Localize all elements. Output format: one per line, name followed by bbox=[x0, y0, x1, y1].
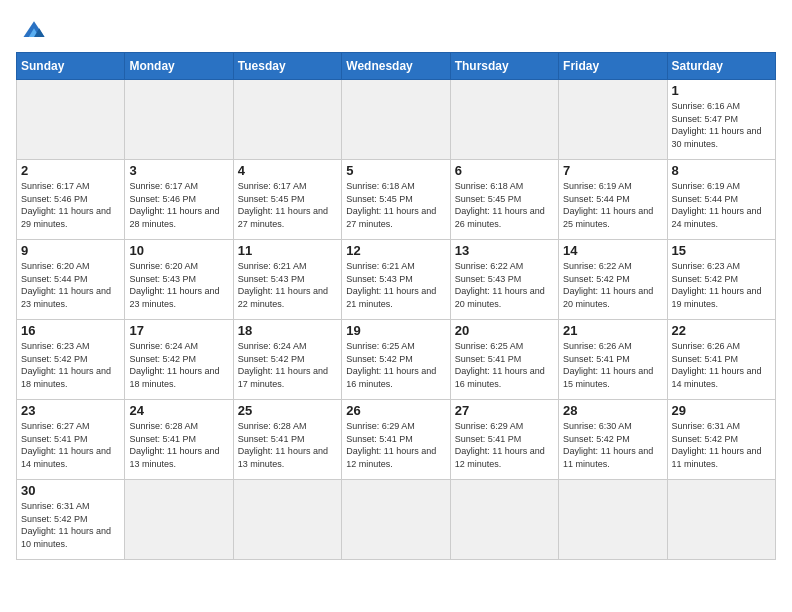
day-number: 8 bbox=[672, 163, 771, 178]
cell-info: Sunrise: 6:17 AMSunset: 5:46 PMDaylight:… bbox=[21, 180, 120, 230]
cell-info: Sunrise: 6:22 AMSunset: 5:42 PMDaylight:… bbox=[563, 260, 662, 310]
cell-info: Sunrise: 6:18 AMSunset: 5:45 PMDaylight:… bbox=[455, 180, 554, 230]
cell-info: Sunrise: 6:29 AMSunset: 5:41 PMDaylight:… bbox=[455, 420, 554, 470]
calendar-cell: 17Sunrise: 6:24 AMSunset: 5:42 PMDayligh… bbox=[125, 320, 233, 400]
day-number: 23 bbox=[21, 403, 120, 418]
calendar-cell bbox=[125, 480, 233, 560]
day-number: 7 bbox=[563, 163, 662, 178]
calendar-cell: 5Sunrise: 6:18 AMSunset: 5:45 PMDaylight… bbox=[342, 160, 450, 240]
cell-info: Sunrise: 6:17 AMSunset: 5:45 PMDaylight:… bbox=[238, 180, 337, 230]
calendar-cell bbox=[559, 480, 667, 560]
calendar-cell: 16Sunrise: 6:23 AMSunset: 5:42 PMDayligh… bbox=[17, 320, 125, 400]
cell-info: Sunrise: 6:16 AMSunset: 5:47 PMDaylight:… bbox=[672, 100, 771, 150]
calendar-cell bbox=[559, 80, 667, 160]
calendar-cell: 6Sunrise: 6:18 AMSunset: 5:45 PMDaylight… bbox=[450, 160, 558, 240]
day-number: 15 bbox=[672, 243, 771, 258]
header-day-saturday: Saturday bbox=[667, 53, 775, 80]
day-number: 4 bbox=[238, 163, 337, 178]
calendar-cell: 7Sunrise: 6:19 AMSunset: 5:44 PMDaylight… bbox=[559, 160, 667, 240]
cell-info: Sunrise: 6:21 AMSunset: 5:43 PMDaylight:… bbox=[238, 260, 337, 310]
cell-info: Sunrise: 6:29 AMSunset: 5:41 PMDaylight:… bbox=[346, 420, 445, 470]
header-day-friday: Friday bbox=[559, 53, 667, 80]
cell-info: Sunrise: 6:25 AMSunset: 5:42 PMDaylight:… bbox=[346, 340, 445, 390]
cell-info: Sunrise: 6:27 AMSunset: 5:41 PMDaylight:… bbox=[21, 420, 120, 470]
calendar-cell: 11Sunrise: 6:21 AMSunset: 5:43 PMDayligh… bbox=[233, 240, 341, 320]
calendar-cell bbox=[342, 480, 450, 560]
logo bbox=[16, 16, 56, 44]
calendar-cell bbox=[233, 480, 341, 560]
header-day-thursday: Thursday bbox=[450, 53, 558, 80]
day-number: 29 bbox=[672, 403, 771, 418]
cell-info: Sunrise: 6:26 AMSunset: 5:41 PMDaylight:… bbox=[672, 340, 771, 390]
day-number: 28 bbox=[563, 403, 662, 418]
calendar-cell: 12Sunrise: 6:21 AMSunset: 5:43 PMDayligh… bbox=[342, 240, 450, 320]
day-number: 17 bbox=[129, 323, 228, 338]
day-number: 16 bbox=[21, 323, 120, 338]
calendar-cell: 14Sunrise: 6:22 AMSunset: 5:42 PMDayligh… bbox=[559, 240, 667, 320]
calendar-cell bbox=[17, 80, 125, 160]
calendar-cell: 23Sunrise: 6:27 AMSunset: 5:41 PMDayligh… bbox=[17, 400, 125, 480]
calendar-cell: 15Sunrise: 6:23 AMSunset: 5:42 PMDayligh… bbox=[667, 240, 775, 320]
calendar-body: 1Sunrise: 6:16 AMSunset: 5:47 PMDaylight… bbox=[17, 80, 776, 560]
day-number: 10 bbox=[129, 243, 228, 258]
week-row-4: 23Sunrise: 6:27 AMSunset: 5:41 PMDayligh… bbox=[17, 400, 776, 480]
cell-info: Sunrise: 6:28 AMSunset: 5:41 PMDaylight:… bbox=[129, 420, 228, 470]
cell-info: Sunrise: 6:18 AMSunset: 5:45 PMDaylight:… bbox=[346, 180, 445, 230]
cell-info: Sunrise: 6:22 AMSunset: 5:43 PMDaylight:… bbox=[455, 260, 554, 310]
day-number: 3 bbox=[129, 163, 228, 178]
cell-info: Sunrise: 6:24 AMSunset: 5:42 PMDaylight:… bbox=[129, 340, 228, 390]
day-number: 13 bbox=[455, 243, 554, 258]
calendar-table: SundayMondayTuesdayWednesdayThursdayFrid… bbox=[16, 52, 776, 560]
day-number: 11 bbox=[238, 243, 337, 258]
cell-info: Sunrise: 6:31 AMSunset: 5:42 PMDaylight:… bbox=[21, 500, 120, 550]
calendar-cell: 1Sunrise: 6:16 AMSunset: 5:47 PMDaylight… bbox=[667, 80, 775, 160]
calendar-cell: 10Sunrise: 6:20 AMSunset: 5:43 PMDayligh… bbox=[125, 240, 233, 320]
calendar-cell bbox=[233, 80, 341, 160]
cell-info: Sunrise: 6:21 AMSunset: 5:43 PMDaylight:… bbox=[346, 260, 445, 310]
calendar-cell: 26Sunrise: 6:29 AMSunset: 5:41 PMDayligh… bbox=[342, 400, 450, 480]
logo-icon bbox=[16, 16, 52, 44]
week-row-5: 30Sunrise: 6:31 AMSunset: 5:42 PMDayligh… bbox=[17, 480, 776, 560]
day-number: 5 bbox=[346, 163, 445, 178]
cell-info: Sunrise: 6:26 AMSunset: 5:41 PMDaylight:… bbox=[563, 340, 662, 390]
cell-info: Sunrise: 6:24 AMSunset: 5:42 PMDaylight:… bbox=[238, 340, 337, 390]
calendar-cell: 25Sunrise: 6:28 AMSunset: 5:41 PMDayligh… bbox=[233, 400, 341, 480]
cell-info: Sunrise: 6:19 AMSunset: 5:44 PMDaylight:… bbox=[672, 180, 771, 230]
day-number: 2 bbox=[21, 163, 120, 178]
calendar-cell: 28Sunrise: 6:30 AMSunset: 5:42 PMDayligh… bbox=[559, 400, 667, 480]
calendar-cell: 21Sunrise: 6:26 AMSunset: 5:41 PMDayligh… bbox=[559, 320, 667, 400]
cell-info: Sunrise: 6:28 AMSunset: 5:41 PMDaylight:… bbox=[238, 420, 337, 470]
cell-info: Sunrise: 6:31 AMSunset: 5:42 PMDaylight:… bbox=[672, 420, 771, 470]
calendar-cell bbox=[667, 480, 775, 560]
cell-info: Sunrise: 6:23 AMSunset: 5:42 PMDaylight:… bbox=[672, 260, 771, 310]
day-number: 18 bbox=[238, 323, 337, 338]
day-number: 26 bbox=[346, 403, 445, 418]
calendar-cell: 29Sunrise: 6:31 AMSunset: 5:42 PMDayligh… bbox=[667, 400, 775, 480]
cell-info: Sunrise: 6:19 AMSunset: 5:44 PMDaylight:… bbox=[563, 180, 662, 230]
day-number: 27 bbox=[455, 403, 554, 418]
day-number: 24 bbox=[129, 403, 228, 418]
day-number: 14 bbox=[563, 243, 662, 258]
calendar-cell: 24Sunrise: 6:28 AMSunset: 5:41 PMDayligh… bbox=[125, 400, 233, 480]
day-number: 12 bbox=[346, 243, 445, 258]
calendar-cell bbox=[342, 80, 450, 160]
header-day-monday: Monday bbox=[125, 53, 233, 80]
day-number: 22 bbox=[672, 323, 771, 338]
day-number: 19 bbox=[346, 323, 445, 338]
day-number: 30 bbox=[21, 483, 120, 498]
day-number: 1 bbox=[672, 83, 771, 98]
week-row-3: 16Sunrise: 6:23 AMSunset: 5:42 PMDayligh… bbox=[17, 320, 776, 400]
cell-info: Sunrise: 6:23 AMSunset: 5:42 PMDaylight:… bbox=[21, 340, 120, 390]
calendar-cell: 4Sunrise: 6:17 AMSunset: 5:45 PMDaylight… bbox=[233, 160, 341, 240]
day-number: 20 bbox=[455, 323, 554, 338]
calendar-header: SundayMondayTuesdayWednesdayThursdayFrid… bbox=[17, 53, 776, 80]
calendar-cell: 2Sunrise: 6:17 AMSunset: 5:46 PMDaylight… bbox=[17, 160, 125, 240]
page-header bbox=[16, 16, 776, 44]
calendar-cell: 30Sunrise: 6:31 AMSunset: 5:42 PMDayligh… bbox=[17, 480, 125, 560]
cell-info: Sunrise: 6:25 AMSunset: 5:41 PMDaylight:… bbox=[455, 340, 554, 390]
cell-info: Sunrise: 6:30 AMSunset: 5:42 PMDaylight:… bbox=[563, 420, 662, 470]
calendar-cell: 18Sunrise: 6:24 AMSunset: 5:42 PMDayligh… bbox=[233, 320, 341, 400]
cell-info: Sunrise: 6:20 AMSunset: 5:43 PMDaylight:… bbox=[129, 260, 228, 310]
calendar-cell: 19Sunrise: 6:25 AMSunset: 5:42 PMDayligh… bbox=[342, 320, 450, 400]
calendar-cell: 8Sunrise: 6:19 AMSunset: 5:44 PMDaylight… bbox=[667, 160, 775, 240]
